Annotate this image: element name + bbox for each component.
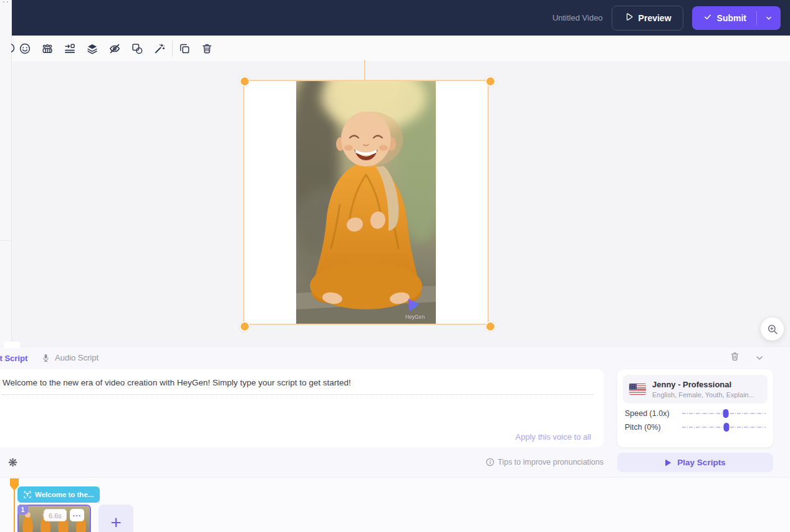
thumbnail-frame — [90, 506, 91, 532]
scene-number-badge: 1 — [17, 505, 28, 515]
play-outline-icon — [624, 12, 633, 24]
microphone-icon — [41, 352, 51, 363]
voice-settings-card: Jenny - Professional English, Female, Yo… — [617, 369, 773, 447]
heygen-editor: Untitled Video Preview Submit — [0, 0, 790, 532]
video-title[interactable]: Untitled Video — [552, 13, 603, 22]
pitch-slider[interactable] — [682, 423, 766, 432]
rotation-handle-line[interactable] — [364, 60, 365, 80]
apply-voice-to-all-link[interactable]: Apply this voice to all — [516, 432, 591, 442]
emoji-icon[interactable] — [19, 42, 31, 55]
cut-off-sidebar — [0, 0, 12, 346]
hide-icon[interactable] — [108, 42, 121, 55]
text-element-icon — [24, 491, 31, 498]
preview-button[interactable]: Preview — [612, 6, 683, 31]
submit-dropdown-button[interactable] — [757, 14, 781, 22]
shapes-icon[interactable] — [131, 42, 143, 55]
play-filled-icon — [665, 459, 672, 467]
panel-corner-fragment — [4, 342, 20, 348]
magnifier-plus-icon — [767, 324, 778, 335]
voice-meta: Jenny - Professional English, Female, Yo… — [652, 380, 754, 399]
transition-icon[interactable] — [64, 42, 76, 55]
caption-text: Welcome to the... — [35, 491, 94, 498]
toolbar-divider — [172, 41, 173, 57]
tab-text-script[interactable]: Text Script — [0, 354, 27, 363]
sidebar-fragment-dots — [2, 1, 9, 3]
voice-attributes: English, Female, Youth, Explain... — [652, 391, 754, 399]
selection-border — [243, 80, 489, 325]
delete-script-icon[interactable] — [730, 351, 740, 364]
info-icon — [486, 458, 494, 467]
cut-off-icon[interactable] — [11, 42, 16, 55]
resize-handle-bottom-right[interactable] — [485, 321, 496, 332]
delete-icon[interactable] — [201, 42, 213, 55]
timeline-caption-pill[interactable]: Welcome to the... — [17, 486, 100, 503]
resize-handle-bottom-left[interactable] — [239, 321, 250, 332]
speed-slider[interactable] — [682, 409, 766, 418]
speed-label: Speed (1.0x) — [625, 409, 682, 418]
magic-wand-icon[interactable] — [153, 42, 166, 55]
layers-icon[interactable] — [86, 42, 99, 55]
duplicate-icon[interactable] — [178, 42, 191, 55]
submit-label: Submit — [717, 13, 746, 23]
submit-button[interactable]: Submit — [692, 12, 756, 23]
scene-duration[interactable]: 6.6s — [44, 509, 67, 521]
playhead-line — [14, 490, 15, 532]
audience-icon[interactable] — [41, 42, 54, 55]
audio-script-label: Audio Script — [55, 353, 99, 362]
submit-split-button: Submit — [692, 6, 781, 30]
tips-label: Tips to improve pronunciations — [498, 458, 604, 467]
speed-slider-thumb[interactable] — [723, 409, 728, 418]
resize-handle-top-right[interactable] — [485, 76, 496, 87]
pitch-slider-thumb[interactable] — [724, 423, 730, 432]
voice-selector[interactable]: Jenny - Professional English, Female, Yo… — [623, 375, 768, 404]
collapse-panel-icon[interactable] — [754, 353, 764, 365]
script-editor[interactable]: Welcome to the new era of video creation… — [0, 369, 604, 447]
script-segment-text[interactable]: Welcome to the new era of video creation… — [2, 378, 586, 387]
resize-handle-top-left[interactable] — [239, 76, 250, 87]
element-toolbar — [11, 36, 790, 62]
scene-more-button[interactable]: ... — [70, 509, 84, 521]
pitch-row: Pitch (0%) — [625, 423, 766, 432]
sidebar-divider — [0, 240, 11, 241]
top-navbar: Untitled Video Preview Submit — [11, 0, 790, 36]
preview-label: Preview — [638, 13, 672, 23]
speed-row: Speed (1.0x) — [625, 409, 766, 418]
gpt-script-assistant-icon[interactable]: ❋ — [8, 456, 17, 470]
check-icon — [703, 12, 712, 23]
play-scripts-label: Play Scripts — [677, 458, 725, 467]
tab-audio-script[interactable]: Audio Script — [41, 352, 99, 363]
chevron-down-icon — [764, 14, 773, 22]
play-scripts-button[interactable]: Play Scripts — [617, 453, 773, 472]
add-scene-button[interactable]: + — [99, 505, 133, 532]
segment-separator — [2, 394, 594, 395]
zoom-button[interactable] — [761, 317, 784, 341]
pronunciation-tips-link[interactable]: Tips to improve pronunciations — [486, 458, 604, 467]
voice-name: Jenny - Professional — [652, 380, 754, 389]
us-flag-icon — [629, 384, 646, 395]
pitch-label: Pitch (0%) — [625, 423, 682, 432]
